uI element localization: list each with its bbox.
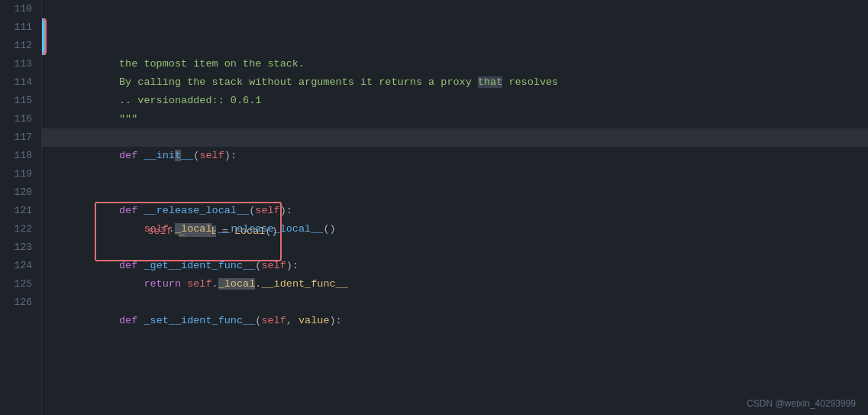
line-num-123: 123 — [6, 238, 32, 257]
code-line-118: self._local = Local() — [42, 147, 868, 165]
code-line-115: """ — [42, 92, 868, 110]
code-editor: 110 111 112 113 114 115 116 117 118 119 … — [0, 0, 868, 415]
code-line-110 — [42, 0, 868, 18]
watermark: CSDN @weixin_40293999 — [747, 398, 856, 409]
code-content: By calling the stack without arguments i… — [42, 0, 868, 415]
line-num-116: 116 — [6, 110, 32, 128]
line-num-112: 112 — [6, 37, 32, 55]
line-num-126: 126 — [6, 293, 32, 312]
code-line-120: def __release_local__(self): — [42, 183, 868, 202]
code-line-124: return self._local.__ident_func__ — [42, 257, 868, 275]
code-line-126: def _set__ident_func__(self, value): — [42, 293, 868, 312]
line-num-121: 121 — [6, 202, 32, 220]
code-line-112: the topmost item on the stack. — [42, 37, 868, 55]
code-line-119 — [42, 165, 868, 183]
code-line-116 — [42, 110, 868, 128]
code-line-114: .. versionadded:: 0.6.1 — [42, 73, 868, 92]
line-num-118: 118 — [6, 147, 32, 165]
line-num-111: 111 — [6, 18, 32, 37]
line-num-117: 117 — [6, 128, 32, 147]
code-line-113 — [42, 55, 868, 73]
line-num-124: 124 — [6, 257, 32, 275]
line-numbers: 110 111 112 113 114 115 116 117 118 119 … — [0, 0, 42, 415]
code-line-111: By calling the stack without arguments i… — [42, 18, 868, 37]
line-num-119: 119 — [6, 165, 32, 183]
line-num-113: 113 — [6, 55, 32, 73]
code-line-122 — [42, 220, 868, 238]
line-num-125: 125 — [6, 275, 32, 293]
line-num-120: 120 — [6, 183, 32, 202]
code-line-125 — [42, 275, 868, 293]
line-num-122: 122 — [6, 220, 32, 238]
code-line-123: def _get__ident_func__(self): — [42, 238, 868, 257]
code-line-117: def __init__(self): — [42, 128, 868, 147]
line-num-110: 110 — [6, 0, 32, 18]
line-num-114: 114 — [6, 73, 32, 92]
code-line-121: self._local.__release_local__() — [42, 202, 868, 220]
line-num-115: 115 — [6, 92, 32, 110]
